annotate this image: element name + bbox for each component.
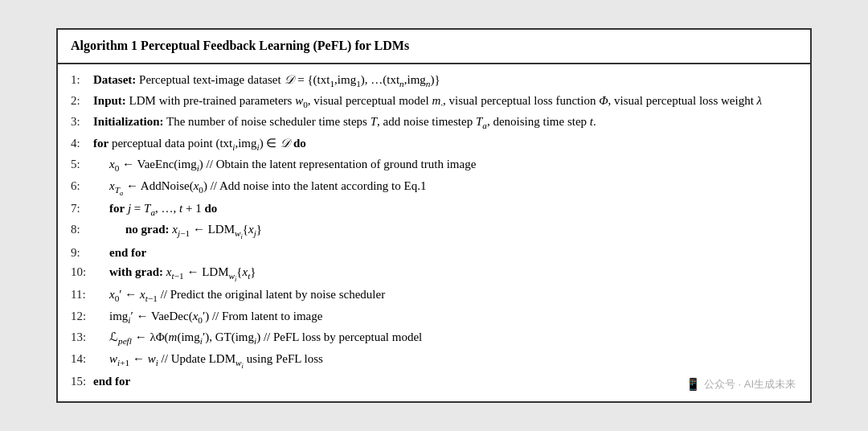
algorithm-line: 8:no grad: xj−1 ← LDMwi{xj} — [71, 220, 797, 242]
line-number: 5: — [71, 155, 93, 174]
line-content: ℒpefl ← λΦ(m(imgi′), GT(imgi) // PeFL lo… — [93, 328, 797, 348]
watermark: 📱 公众号 · AI生成未来 — [686, 375, 796, 393]
line-content: for perceptual data point (txti,imgi) ∈ … — [93, 134, 797, 154]
algorithm-line: 11:x0′ ← xt−1 // Predict the original la… — [71, 285, 797, 306]
line-number: 15: — [71, 372, 93, 391]
algorithm-line: 13:ℒpefl ← λΦ(m(imgi′), GT(imgi) // PeFL… — [71, 328, 797, 348]
algorithm-box: Algorithm 1 Perceptual Feedback Learning… — [56, 28, 812, 404]
line-number: 3: — [71, 113, 93, 131]
line-number: 7: — [71, 199, 93, 218]
algorithm-line: 1:Dataset: Perceptual text-image dataset… — [71, 71, 797, 91]
algorithm-body: 1:Dataset: Perceptual text-image dataset… — [58, 64, 810, 402]
line-content: x0′ ← xt−1 // Predict the original laten… — [93, 285, 797, 306]
line-content: no grad: xj−1 ← LDMwi{xj} — [93, 220, 797, 242]
line-content: Initialization: The number of noise sche… — [93, 113, 797, 133]
algorithm-line: 9:end for — [71, 244, 797, 262]
line-content: imgi′ ← VaeDec(x0′) // From latent to im… — [93, 307, 797, 327]
line-number: 6: — [71, 177, 93, 195]
algorithm-line: 14:wi+1 ← wi // Update LDMwi using PeFL … — [71, 350, 797, 371]
wechat-icon: 📱 — [686, 375, 701, 393]
line-number: 1: — [71, 71, 93, 89]
line-content: xTa ← AddNoise(x0) // Add noise into the… — [93, 177, 797, 199]
line-number: 8: — [71, 220, 93, 239]
algorithm-line: 2:Input: LDM with pre-trained parameters… — [71, 92, 797, 112]
line-number: 14: — [71, 350, 93, 368]
line-number: 4: — [71, 134, 93, 153]
algorithm-header: Algorithm 1 Perceptual Feedback Learning… — [58, 30, 810, 64]
line-number: 9: — [71, 244, 93, 262]
line-content: Dataset: Perceptual text-image dataset 𝒟… — [93, 71, 797, 91]
algorithm-line: 4:for perceptual data point (txti,imgi) … — [71, 134, 797, 154]
algorithm-line: 7:for j = Ta, …, t + 1 do — [71, 199, 797, 220]
algorithm-line: 6:xTa ← AddNoise(x0) // Add noise into t… — [71, 177, 797, 199]
line-content: end for — [93, 244, 797, 262]
line-number: 11: — [71, 285, 93, 304]
line-content: wi+1 ← wi // Update LDMwi using PeFL los… — [93, 350, 797, 371]
line-content: Input: LDM with pre-trained parameters w… — [93, 92, 797, 112]
line-number: 2: — [71, 92, 93, 110]
line-content: x0 ← VaeEnc(imgi) // Obtain the latent r… — [93, 155, 797, 175]
line-number: 12: — [71, 307, 93, 326]
algorithm-line: 5:x0 ← VaeEnc(imgi) // Obtain the latent… — [71, 155, 797, 175]
algorithm-line: 10:with grad: xt−1 ← LDMwi{xt} — [71, 263, 797, 285]
algorithm-line: 3:Initialization: The number of noise sc… — [71, 113, 797, 133]
line-content: with grad: xt−1 ← LDMwi{xt} — [93, 263, 797, 285]
line-content: for j = Ta, …, t + 1 do — [93, 199, 797, 220]
line-number: 10: — [71, 263, 93, 281]
line-number: 13: — [71, 328, 93, 347]
algorithm-line: 12:imgi′ ← VaeDec(x0′) // From latent to… — [71, 307, 797, 327]
algorithm-title: Algorithm 1 Perceptual Feedback Learning… — [71, 39, 409, 52]
